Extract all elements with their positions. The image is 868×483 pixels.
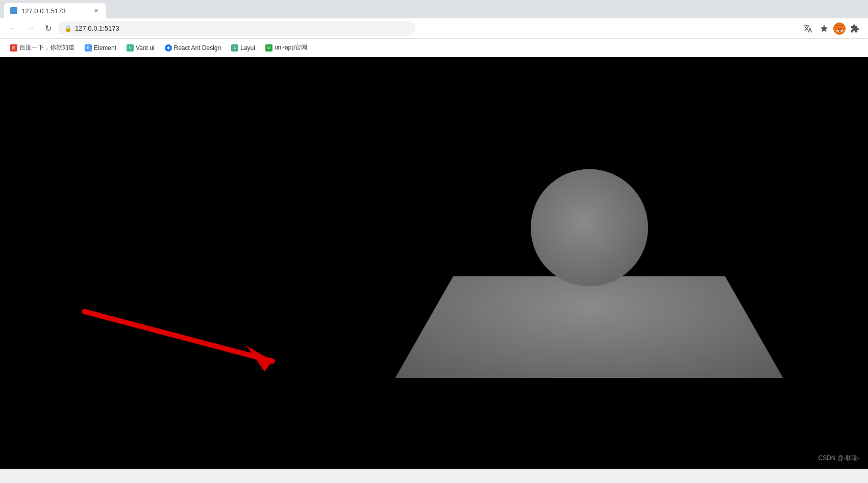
nav-right-controls: 🦊: [801, 21, 862, 36]
red-arrow: [79, 302, 299, 373]
bookmark-vant[interactable]: V Vant ui: [122, 42, 158, 54]
uniapp-favicon: U: [265, 44, 272, 52]
translate-button[interactable]: [801, 21, 815, 36]
layui-favicon: L: [231, 44, 238, 52]
element-favicon: E: [85, 44, 92, 52]
back-icon: ←: [9, 24, 17, 33]
forward-button[interactable]: →: [23, 21, 38, 36]
address-bar[interactable]: 🔒 127.0.0.1:5173: [58, 21, 415, 36]
avatar-head: [531, 169, 648, 286]
profile-avatar: 🦊: [835, 24, 844, 33]
vant-favicon: V: [127, 44, 134, 52]
refresh-button[interactable]: ↻: [41, 21, 55, 36]
tab-title: 127.0.0.1:5173: [21, 7, 66, 15]
extensions-button[interactable]: [848, 21, 862, 36]
avatar-figure: [395, 169, 783, 378]
nav-bar: ← → ↻ 🔒 127.0.0.1:5173 🦊: [0, 18, 868, 39]
bookmark-layui-label: Layui: [240, 44, 255, 52]
tab-favicon: [10, 7, 17, 14]
bookmark-baidu-label: 百度一下，你就知道: [19, 43, 75, 52]
svg-line-0: [84, 312, 272, 361]
watermark: CSDN @-联瑞-: [818, 454, 860, 463]
watermark-text: CSDN @-联瑞-: [818, 454, 860, 462]
bookmark-vant-label: Vant ui: [136, 44, 154, 52]
bookmark-react-ant[interactable]: ◆ React Ant Design: [161, 42, 226, 54]
tab-bar: 127.0.0.1:5173 ✕: [0, 0, 868, 18]
forward-icon: →: [27, 24, 35, 33]
bookmark-react-ant-label: React Ant Design: [174, 44, 221, 52]
bookmark-element[interactable]: E Element: [81, 42, 120, 54]
react-ant-favicon: ◆: [165, 44, 172, 52]
profile-button[interactable]: 🦊: [833, 22, 846, 35]
tab-close-button[interactable]: ✕: [92, 7, 100, 15]
baidu-favicon: 百: [10, 44, 17, 52]
bookmark-layui[interactable]: L Layui: [227, 42, 259, 54]
lock-icon: 🔒: [64, 25, 72, 32]
bookmark-star-button[interactable]: [817, 21, 831, 36]
bookmark-baidu[interactable]: 百 百度一下，你就知道: [6, 41, 79, 54]
page-content: CSDN @-联瑞-: [0, 57, 868, 469]
active-tab[interactable]: 127.0.0.1:5173 ✕: [4, 3, 106, 18]
bookmark-uniapp[interactable]: U uni-app官网: [261, 41, 311, 54]
back-button[interactable]: ←: [6, 21, 20, 36]
avatar-body: [395, 276, 783, 378]
svg-marker-1: [246, 345, 272, 371]
address-text: 127.0.0.1:5173: [75, 24, 119, 32]
bookmark-element-label: Element: [94, 44, 116, 52]
refresh-icon: ↻: [45, 23, 52, 33]
bookmark-uniapp-label: uni-app官网: [275, 43, 307, 52]
browser-chrome: 127.0.0.1:5173 ✕ ← → ↻ 🔒 127.0.0.1:5173: [0, 0, 868, 57]
bookmarks-bar: 百 百度一下，你就知道 E Element V Vant ui ◆ React …: [0, 39, 868, 57]
